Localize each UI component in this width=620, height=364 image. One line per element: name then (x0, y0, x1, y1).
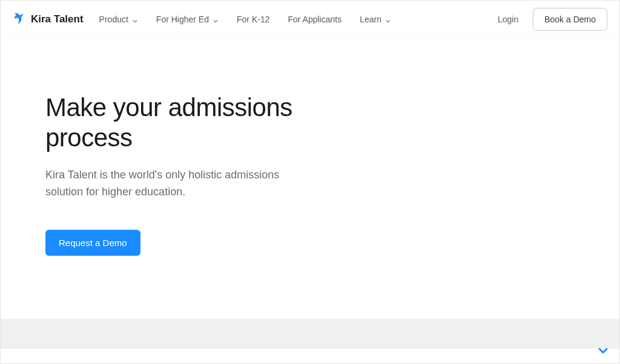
nav-item-higher-ed[interactable]: For Higher Ed (156, 15, 219, 24)
scroll-down-arrow[interactable] (598, 345, 608, 356)
nav-label: For Higher Ed (156, 15, 209, 24)
hummingbird-icon (13, 12, 26, 27)
nav-item-learn[interactable]: Learn (360, 15, 391, 24)
brand-name: Kira Talent (31, 13, 84, 25)
chevron-down-icon (213, 16, 219, 22)
nav-item-k12[interactable]: For K-12 (237, 15, 269, 24)
bottom-bar (1, 349, 619, 363)
chevron-down-icon (385, 16, 391, 22)
hero-section: Make your admissions process Kira Talent… (1, 38, 315, 256)
hero-title: Make your admissions process (45, 93, 315, 154)
nav-item-applicants[interactable]: For Applicants (288, 15, 341, 24)
login-link[interactable]: Login (498, 15, 518, 24)
nav-label: For K-12 (237, 15, 269, 24)
hero-subtitle: Kira Talent is the world's only holistic… (45, 167, 288, 201)
chevron-down-icon (132, 16, 138, 22)
nav-label: Learn (360, 15, 381, 24)
header: Kira Talent Product For Higher Ed For K-… (1, 1, 619, 38)
main-nav: Product For Higher Ed For K-12 For Appli… (99, 15, 498, 24)
nav-item-product[interactable]: Product (99, 15, 138, 24)
header-actions: Login Book a Demo (498, 8, 607, 31)
book-demo-button[interactable]: Book a Demo (533, 8, 607, 31)
nav-label: For Applicants (288, 15, 341, 24)
nav-label: Product (99, 15, 128, 24)
request-demo-button[interactable]: Request a Demo (45, 230, 140, 256)
footer-strip (1, 319, 619, 349)
brand-logo[interactable]: Kira Talent (13, 12, 84, 27)
